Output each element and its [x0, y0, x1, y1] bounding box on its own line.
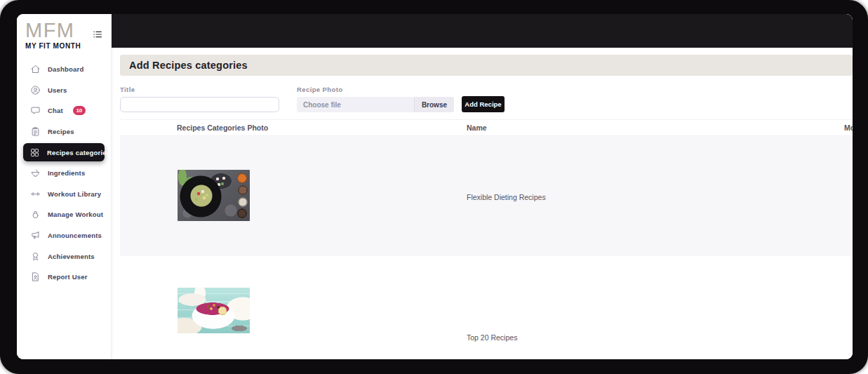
file-input[interactable]: Choose file Browse: [297, 97, 454, 112]
announcements-icon: [29, 230, 41, 241]
user-icon: [29, 84, 41, 95]
home-icon: [29, 64, 41, 75]
report-user-icon: [29, 272, 41, 283]
column-header-photo: Recipes Categories Photo: [120, 123, 467, 132]
sidebar-item-label: Achievements: [48, 253, 95, 260]
table-row: Flexible Dieting Recipes: [120, 136, 853, 256]
sidebar-item-label: Report User: [48, 273, 88, 281]
sidebar-item-recipes-categories[interactable]: Recipes categories: [23, 143, 105, 161]
add-category-form: Title Recipe Photo Choose file Browse Ad…: [120, 86, 853, 112]
sidebar-item-chat[interactable]: Chat 10: [23, 102, 105, 120]
menu-toggle-icon[interactable]: [92, 29, 103, 40]
category-name: Top 20 Recipes: [467, 256, 853, 359]
page-title: Add Recipes categories: [129, 60, 248, 71]
sidebar-item-achievements[interactable]: Achievements: [23, 247, 105, 265]
manage-workout-icon: [29, 209, 41, 220]
table-row: Top 20 Recipes: [120, 256, 853, 359]
table-header-row: Recipes Categories Photo Name Mo: [120, 119, 853, 136]
recipes-icon: [29, 126, 41, 138]
sidebar-item-dashboard[interactable]: Dashboard: [23, 60, 105, 79]
sidebar-item-label: Users: [48, 86, 67, 94]
sidebar-item-label: Workout Library: [48, 190, 101, 198]
browse-button[interactable]: Browse: [414, 97, 454, 112]
sidebar-item-label: Dashboard: [48, 65, 84, 73]
sidebar-item-manage-workout[interactable]: Manage Workout: [23, 206, 105, 224]
logo-subtitle: MY FIT MONTH: [25, 42, 81, 50]
category-photo-cell: [120, 136, 467, 256]
sidebar-header: MFM MY FIT MONTH: [17, 14, 111, 53]
sidebar-item-report-user[interactable]: Report User: [23, 268, 105, 286]
categories-icon: [29, 147, 40, 158]
achievements-icon: [29, 251, 41, 262]
category-photo-smoothie-bowl: [178, 288, 250, 333]
column-header-modify: Mo: [844, 123, 853, 132]
main-area: Add Recipes categories Title Recipe Phot…: [112, 14, 853, 359]
sidebar-item-users[interactable]: Users: [23, 81, 105, 99]
title-field: Title: [120, 86, 279, 112]
sidebar-item-label: Manage Workout: [48, 211, 103, 218]
sidebar-item-ingredients[interactable]: Ingredients: [23, 164, 105, 182]
sidebar-nav: Dashboard Users Chat 10 Recipes Re: [17, 59, 111, 288]
category-photo-cell: [120, 256, 467, 359]
app-window: MFM MY FIT MONTH Dashboard Users: [17, 14, 853, 359]
sidebar-item-label: Recipes categories: [47, 149, 110, 156]
window-frame: MFM MY FIT MONTH Dashboard Users: [0, 0, 868, 374]
page-header: Add Recipes categories: [120, 55, 853, 76]
recipe-photo-label: Recipe Photo: [297, 86, 454, 93]
categories-table: Recipes Categories Photo Name Mo Flexibl…: [120, 119, 853, 359]
chat-unread-badge: 10: [73, 106, 86, 115]
workout-library-icon: [29, 188, 41, 199]
sidebar: MFM MY FIT MONTH Dashboard Users: [17, 14, 112, 359]
title-label: Title: [120, 86, 279, 93]
category-photo-dark-salad-bowl: [178, 170, 250, 221]
category-name: Flexible Dieting Recipes: [467, 136, 853, 256]
file-placeholder: Choose file: [297, 101, 414, 109]
title-input[interactable]: [120, 97, 279, 112]
column-header-name: Name: [467, 123, 853, 132]
add-recipe-button[interactable]: Add Recipe: [462, 96, 505, 112]
sidebar-item-recipes[interactable]: Recipes: [23, 123, 105, 141]
topbar: [112, 14, 853, 48]
sidebar-item-label: Recipes: [48, 128, 74, 135]
content-area: Add Recipes categories Title Recipe Phot…: [112, 48, 853, 359]
sidebar-item-label: Ingredients: [48, 169, 85, 177]
sidebar-item-label: Chat: [48, 107, 63, 114]
photo-field: Recipe Photo Choose file Browse: [297, 86, 454, 112]
sidebar-item-label: Announcements: [48, 232, 102, 239]
ingredients-icon: [29, 168, 41, 179]
logo-block: MFM MY FIT MONTH: [25, 20, 81, 50]
chat-icon: [29, 105, 41, 116]
sidebar-item-announcements[interactable]: Announcements: [23, 227, 105, 245]
logo: MFM: [25, 20, 81, 41]
sidebar-item-workout-library[interactable]: Workout Library: [23, 185, 105, 203]
